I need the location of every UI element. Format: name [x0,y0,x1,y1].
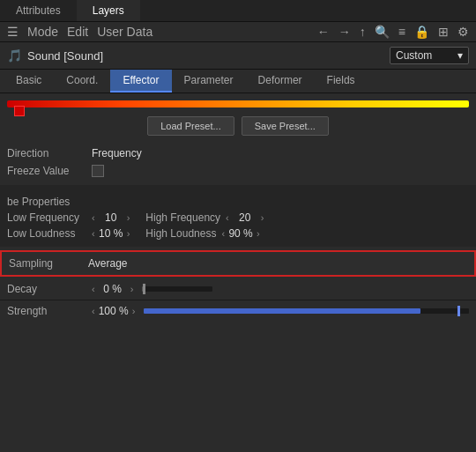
strength-row: Strength ‹ 100 % › [0,302,476,320]
low-frequency-value: 10 [99,211,123,224]
high-loudness-down[interactable]: ‹ [219,228,227,239]
high-frequency-value: 20 [233,211,257,224]
low-loudness-down[interactable]: ‹ [90,228,97,239]
strength-handle[interactable] [457,306,460,316]
strength-down[interactable]: ‹ [90,306,97,316]
sampling-value: Average [88,257,127,270]
loudness-row: Low Loudness ‹ 10 % › High Loudness ‹ 90… [7,226,469,241]
decay-bar[interactable] [142,286,212,292]
decay-down[interactable]: ‹ [90,284,97,294]
low-freq-down[interactable]: ‹ [90,212,97,223]
decay-label: Decay [7,283,86,295]
save-preset-button[interactable]: Save Preset... [242,116,329,136]
filter-icon[interactable]: ≡ [397,25,407,39]
high-loudness-up[interactable]: › [255,228,262,239]
high-loudness-spinner: ‹ 90 % › [219,227,261,240]
decay-spinner: ‹ 0 % › [90,283,135,295]
properties-section: Direction Frequency Freeze Value [0,141,476,183]
edit-menu[interactable]: Edit [65,25,90,39]
low-loudness-spinner: ‹ 10 % › [90,227,131,240]
mode-menu[interactable]: Mode [26,25,60,39]
search-icon[interactable]: 🔍 [373,25,391,39]
freeze-checkbox[interactable] [92,165,104,177]
high-frequency-group: High Frequency ‹ 20 › [145,211,265,224]
forward-icon[interactable]: → [337,25,353,39]
high-loudness-group: High Loudness ‹ 90 % › [145,227,261,240]
high-frequency-label: High Frequency [145,211,220,224]
sampling-label: Sampling [9,257,88,270]
low-freq-up[interactable]: › [125,212,132,223]
load-preset-button[interactable]: Load Preset... [147,116,234,136]
tab-fields[interactable]: Fields [315,70,368,93]
preset-dropdown[interactable]: Custom ▾ [390,47,469,64]
strength-value: 100 % [99,305,129,317]
view-icon[interactable]: ⊞ [436,25,450,39]
low-loudness-value: 10 % [99,227,123,240]
strength-bar-fill [144,308,420,314]
gradient-handle[interactable] [14,106,25,116]
low-frequency-spinner: ‹ 10 › [90,211,131,224]
high-frequency-spinner: ‹ 20 › [224,211,265,224]
tab-deformer[interactable]: Deformer [246,70,315,93]
toolbar: ☰ Mode Edit User Data ← → ↑ 🔍 ≡ 🔒 ⊞ ⚙ [0,22,476,42]
decay-value: 0 % [99,283,127,295]
settings-icon[interactable]: ⚙ [456,25,471,39]
freq-row: Low Frequency ‹ 10 › High Frequency ‹ 20… [7,210,469,226]
high-freq-down[interactable]: ‹ [224,212,231,223]
strength-label: Strength [7,305,86,317]
be-properties-label: be Properties [7,192,469,210]
decay-row: Decay ‹ 0 % › [0,280,476,298]
sound-icon: 🎵 [7,48,22,63]
direction-row: Direction Frequency [7,144,469,162]
tab-basic[interactable]: Basic [4,70,54,93]
top-tab-bar: Attributes Layers [0,0,476,22]
low-loudness-up[interactable]: › [125,228,132,239]
high-loudness-label: High Loudness [145,227,216,240]
dropdown-arrow: ▾ [457,49,463,62]
sub-tab-bar: Basic Coord. Effector Parameter Deformer… [0,70,476,93]
be-properties-section: be Properties Low Frequency ‹ 10 › High … [0,185,476,247]
tab-effector[interactable]: Effector [110,70,171,93]
tab-attributes[interactable]: Attributes [0,0,77,21]
gradient-bar-container [0,93,476,111]
low-frequency-label: Low Frequency [7,211,86,224]
up-icon[interactable]: ↑ [358,25,368,39]
object-header: 🎵 Sound [Sound] Custom ▾ [0,42,476,70]
hamburger-icon[interactable]: ☰ [5,25,20,39]
sampling-row[interactable]: Sampling Average [0,250,476,277]
decay-up[interactable]: › [129,284,136,294]
strength-spinner: ‹ 100 % › [90,305,137,317]
low-loudness-label: Low Loudness [7,227,86,240]
high-freq-up[interactable]: › [259,212,266,223]
decay-handle[interactable] [143,284,145,294]
freeze-label: Freeze Value [7,165,86,177]
lock-icon[interactable]: 🔒 [413,25,431,39]
strength-up[interactable]: › [130,306,138,316]
preset-label: Custom [396,49,432,62]
gradient-bar[interactable] [7,100,469,107]
user-data-menu[interactable]: User Data [95,25,154,39]
freeze-value-row: Freeze Value [7,162,469,180]
back-icon[interactable]: ← [316,25,331,39]
strength-bar[interactable] [144,308,469,314]
high-loudness-value: 90 % [228,227,253,240]
tab-coord[interactable]: Coord. [54,70,110,93]
object-title: Sound [Sound] [27,49,384,63]
preset-buttons-row: Load Preset... Save Preset... [0,111,476,141]
tab-layers[interactable]: Layers [77,0,140,21]
divider-1 [0,300,476,300]
direction-label: Direction [7,147,86,159]
direction-value[interactable]: Frequency [92,147,142,159]
tab-parameter[interactable]: Parameter [172,70,246,93]
